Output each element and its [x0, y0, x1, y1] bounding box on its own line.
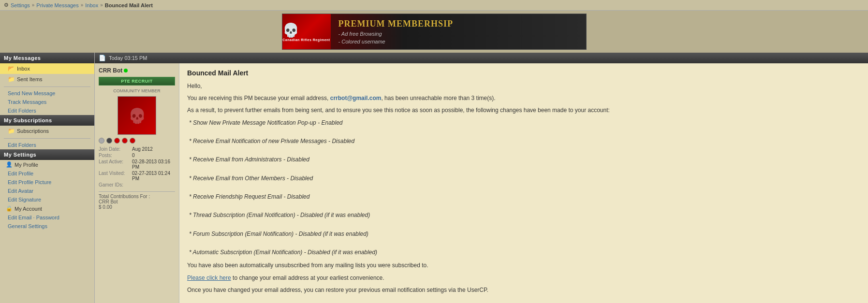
gamer-ids-row: Gamer IDs:	[99, 182, 175, 188]
sidebar: My Messages 📂 Inbox 📁 Sent Items Send Ne…	[0, 53, 94, 303]
email-address: crrbot@gmail.com	[330, 95, 382, 101]
sender-name-text: CRR Bot	[99, 67, 122, 74]
last-visited-label: Last Visited:	[99, 171, 130, 181]
last-active-value: 02-28-2013 03:16 PM	[132, 159, 175, 170]
edit-folders2-link[interactable]: Edit Folders	[0, 141, 94, 149]
message-panel: CRR Bot PTE RECRUIT COMMUNITY MEMBER 💀	[95, 63, 868, 303]
online-indicator	[124, 69, 128, 72]
banner-line2: - Colored username	[338, 39, 578, 44]
msg-bullet7: * Forum Subscription (Email Notification…	[187, 230, 860, 239]
my-profile-label: My Profile	[15, 162, 38, 168]
msg-bullet4: * Receive Email from Other Members - Dis…	[187, 174, 860, 183]
msg-para2: As a result, to prevent further emails f…	[187, 106, 860, 115]
sidebar-item-my-account[interactable]: 🔒 My Account	[0, 204, 94, 213]
breadcrumb-inbox[interactable]: Inbox	[85, 2, 98, 8]
msg-greeting: Hello,	[187, 82, 860, 91]
rank-badge: PTE RECRUIT	[99, 77, 175, 86]
rank-dots	[99, 138, 175, 144]
sent-items-label: Sent Items	[17, 76, 43, 82]
last-active-label: Last Active:	[99, 159, 130, 170]
settings-icon: ⚙	[4, 2, 9, 8]
msg-bullet2: * Receive Email Notification of new Priv…	[187, 137, 860, 146]
join-date-label: Join Date:	[99, 146, 130, 152]
my-subscriptions-header: My Subscriptions	[0, 115, 94, 126]
contributions-name: CRR Bot	[99, 199, 175, 204]
edit-signature-link[interactable]: Edit Signature	[0, 195, 94, 204]
lock-icon: 🔒	[6, 205, 13, 212]
subscriptions-label: Subscriptions	[17, 128, 49, 134]
edit-folders-link[interactable]: Edit Folders	[0, 106, 94, 115]
contributions-title: Total Contributions For :	[99, 194, 175, 199]
msg-para1: You are receiving this PM because your e…	[187, 94, 860, 103]
join-date-value: Aug 2012	[132, 146, 153, 152]
join-date-row: Join Date: Aug 2012	[99, 146, 175, 152]
inbox-folder-icon: 📂	[8, 65, 15, 72]
last-visited-value: 02-27-2013 01:24 PM	[132, 171, 175, 181]
rank-dot-5	[130, 138, 135, 144]
sidebar-item-my-profile[interactable]: 👤 My Profile	[0, 160, 94, 169]
main-layout: My Messages 📂 Inbox 📁 Sent Items Send Ne…	[0, 53, 868, 303]
contributions-box: Total Contributions For : CRR Bot $ 0.00	[99, 191, 175, 210]
posts-label: Posts:	[99, 153, 130, 158]
breadcrumb-settings[interactable]: Settings	[11, 2, 30, 8]
edit-avatar-link[interactable]: Edit Avatar	[0, 187, 94, 195]
edit-profile-picture-link[interactable]: Edit Profile Picture	[0, 178, 94, 187]
banner-container: 💀 Canadian Rifles Regiment Premium Membe…	[0, 11, 868, 53]
inbox-label: Inbox	[17, 66, 30, 72]
banner-title: Premium Memberhsip	[338, 19, 578, 29]
track-messages-link[interactable]: Track Messages	[0, 98, 94, 106]
message-text: Hello, You are receiving this PM because…	[187, 82, 860, 303]
rank-dot-4	[122, 138, 128, 144]
sidebar-item-inbox[interactable]: 📂 Inbox	[0, 63, 94, 74]
sender-meta: Join Date: Aug 2012 Posts: 0 Last Active…	[99, 146, 175, 188]
breadcrumb-private-messages[interactable]: Private Messages	[36, 2, 78, 8]
my-settings-header: My Settings	[0, 149, 94, 160]
edit-email-password-link[interactable]: Edit Email · Password	[0, 213, 94, 222]
breadcrumb-current: Bounced Mail Alert	[105, 2, 153, 8]
person-icon: 👤	[6, 161, 13, 168]
msg-para5: Once you have changed your email address…	[187, 286, 860, 295]
my-messages-header: My Messages	[0, 53, 94, 63]
my-account-label: My Account	[15, 206, 42, 212]
sender-panel: CRR Bot PTE RECRUIT COMMUNITY MEMBER 💀	[95, 63, 179, 303]
rank-dot-1	[99, 138, 104, 144]
breadcrumb-sep-3: »	[100, 2, 103, 8]
posts-row: Posts: 0	[99, 153, 175, 158]
msg-para3: You have also been automatically unsubsc…	[187, 261, 860, 270]
msg-bullet6: * Thread Subscription (Email Notificatio…	[187, 211, 860, 220]
avatar-skull-icon: 💀	[128, 107, 146, 124]
sidebar-item-subscriptions[interactable]: 📁 Subscriptions	[0, 126, 94, 136]
msg-bullet3: * Receive Email from Administrators - Di…	[187, 155, 860, 164]
rank-dot-3	[114, 138, 120, 144]
sidebar-item-sent[interactable]: 📁 Sent Items	[0, 74, 94, 85]
document-icon: 📄	[99, 55, 106, 61]
message-subject: Bounced Mail Alert	[187, 69, 860, 77]
avatar: 💀	[118, 96, 156, 135]
breadcrumb: ⚙ Settings » Private Messages » Inbox » …	[0, 0, 868, 11]
message-body-panel: Bounced Mail Alert Hello, You are receiv…	[179, 63, 868, 303]
banner-line1: - Ad free Browsing	[338, 31, 578, 37]
site-name: Canadian Rifles Regiment	[282, 38, 330, 42]
gamer-ids-label: Gamer IDs:	[99, 182, 130, 188]
msg-para4: Please click here to change your email a…	[187, 274, 860, 283]
banner-logo: 💀 Canadian Rifles Regiment	[282, 14, 331, 50]
message-header-bar: 📄 Today 03:15 PM	[95, 53, 868, 63]
rank-label: COMMUNITY MEMBER	[99, 88, 175, 93]
breadcrumb-sep-2: »	[81, 2, 84, 8]
breadcrumb-sep-1: »	[32, 2, 35, 8]
skull-icon: 💀	[282, 22, 330, 38]
subscriptions-folder-icon: 📁	[8, 128, 15, 134]
msg-bullet1: * Show New Private Message Notification …	[187, 118, 860, 128]
content-area: 📄 Today 03:15 PM CRR Bot PTE RECRUIT COM…	[94, 53, 868, 303]
premium-banner[interactable]: 💀 Canadian Rifles Regiment Premium Membe…	[282, 14, 587, 50]
send-new-message-link[interactable]: Send New Message	[0, 89, 94, 98]
contributions-value: $ 0.00	[99, 204, 175, 210]
msg-bullet8: * Automatic Subscription (Email Notifica…	[187, 248, 860, 257]
edit-profile-link[interactable]: Edit Profile	[0, 169, 94, 178]
last-active-row: Last Active: 02-28-2013 03:16 PM	[99, 159, 175, 170]
last-visited-row: Last Visited: 02-27-2013 01:24 PM	[99, 171, 175, 181]
click-here-link[interactable]: Please click here	[187, 274, 231, 281]
posts-value: 0	[132, 153, 135, 158]
sent-folder-icon: 📁	[8, 76, 15, 83]
general-settings-link[interactable]: General Settings	[0, 222, 94, 231]
